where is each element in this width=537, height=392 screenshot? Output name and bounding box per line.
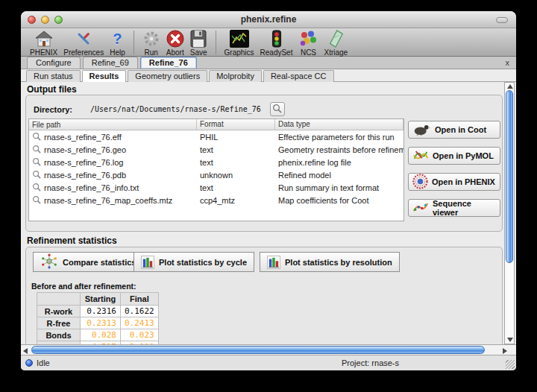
magnifier-icon bbox=[32, 170, 41, 180]
table-row[interactable]: rnase-s_refine_76.log text phenix.refine… bbox=[29, 156, 403, 168]
subtab-real-space-cc[interactable]: Real-space CC bbox=[263, 70, 334, 82]
open-in-coot-button[interactable]: Open in Coot bbox=[408, 121, 500, 139]
stat-label: R-free bbox=[37, 317, 81, 329]
vertical-scrollbar-thumb[interactable] bbox=[506, 90, 513, 263]
table-row[interactable]: rnase-s_refine_76.geo text Geometry rest… bbox=[29, 143, 403, 156]
vertical-scrollbar[interactable] bbox=[504, 82, 515, 344]
compare-statistics-button[interactable]: Compare statistics bbox=[33, 252, 143, 272]
refinement-statistics-heading: Refinement statistics bbox=[27, 235, 117, 246]
tab-configure[interactable]: Configure bbox=[27, 57, 81, 69]
table-header: File path Format Data type bbox=[29, 119, 403, 130]
readyset-button[interactable]: ReadySet bbox=[260, 30, 293, 57]
directory-path: /Users/nat/Documents/rnase-s/Refine_76 bbox=[90, 105, 261, 113]
phenix-map-icon bbox=[412, 174, 428, 191]
close-tab-button[interactable]: x bbox=[506, 57, 510, 69]
directory-row: Directory: /Users/nat/Documents/rnase-s/… bbox=[34, 102, 285, 116]
status-indicator-icon bbox=[25, 359, 33, 367]
open-in-pymol-button[interactable]: Open in PyMOL bbox=[408, 147, 500, 165]
help-button[interactable]: ? Help bbox=[110, 30, 125, 57]
run-button[interactable]: Run bbox=[142, 30, 160, 57]
output-files-panel: Directory: /Users/nat/Documents/rnase-s/… bbox=[25, 95, 503, 232]
question-mark-icon: ? bbox=[113, 30, 122, 48]
toolbar-separator bbox=[134, 31, 134, 54]
compare-molecule-icon bbox=[40, 253, 58, 271]
file-data-type: phenix.refine log file bbox=[275, 158, 403, 167]
output-files-table: File path Format Data type rnase-s_refin… bbox=[28, 118, 404, 221]
table-row[interactable]: rnase-s_refine_76.eff PHIL Effective par… bbox=[29, 130, 403, 143]
project-label: Project: rnase-s bbox=[342, 358, 399, 367]
toolbar-toggle-button[interactable] bbox=[496, 17, 508, 23]
col-starting: Starting bbox=[81, 293, 121, 306]
preferences-button[interactable]: Preferences bbox=[63, 30, 104, 57]
title-bar: phenix.refine bbox=[21, 11, 516, 28]
horizontal-scrollbar[interactable] bbox=[21, 344, 516, 355]
stat-label: R-work bbox=[37, 306, 81, 317]
phenix-button[interactable]: PHENIX bbox=[30, 30, 57, 57]
tools-icon bbox=[75, 30, 92, 48]
graphics-button[interactable]: Graphics bbox=[224, 30, 254, 57]
scroll-left-arrow-icon[interactable] bbox=[23, 348, 28, 354]
file-data-type: Effective parameters for this run bbox=[275, 133, 403, 142]
table-row[interactable]: rnase-s_refine_76_info.txt text Run summ… bbox=[29, 181, 403, 194]
magnifier-icon bbox=[272, 103, 282, 116]
file-name: rnase-s_refine_76.eff bbox=[44, 133, 122, 142]
results-page: Run status Results Geometry outliers Mol… bbox=[21, 69, 516, 344]
horizontal-scrollbar-thumb[interactable] bbox=[31, 346, 485, 354]
file-name: rnase-s_refine_76_map_coeffs.mtz bbox=[44, 196, 172, 205]
plot-statistics-by-cycle-button[interactable]: Plot statistics by cycle bbox=[134, 252, 254, 272]
before-after-table: Starting Final R-work 0.2316 0.1622 R-fr… bbox=[37, 292, 159, 344]
window-title: phenix.refine bbox=[21, 14, 516, 25]
file-data-type: Map coefficients for Coot bbox=[275, 196, 403, 205]
stats-row-r-free: R-free 0.2313 0.2413 bbox=[37, 317, 159, 329]
gear-icon bbox=[142, 30, 160, 48]
stat-label: Bonds bbox=[37, 329, 81, 341]
col-format[interactable]: Format bbox=[197, 119, 275, 130]
status-bar: Idle Project: rnase-s bbox=[21, 355, 516, 370]
tab-refine-69[interactable]: Refine_69 bbox=[83, 57, 138, 69]
stat-final: 0.1622 bbox=[121, 306, 159, 317]
col-file-path[interactable]: File path bbox=[29, 119, 197, 130]
plot-statistics-by-resolution-button[interactable]: Plot statistics by resolution bbox=[260, 252, 400, 272]
tab-refine-76[interactable]: Refine_76 bbox=[140, 57, 197, 69]
app-window: phenix.refine PHENIX Preferences ? Help … bbox=[21, 11, 516, 370]
save-button[interactable]: Save bbox=[190, 30, 207, 57]
house-icon bbox=[35, 30, 53, 48]
stats-corner-cell bbox=[37, 293, 81, 306]
bar-chart-icon bbox=[267, 256, 280, 269]
col-final: Final bbox=[121, 293, 159, 306]
coot-bird-icon bbox=[412, 123, 431, 137]
col-data-type[interactable]: Data type bbox=[275, 119, 403, 130]
status-text: Idle bbox=[37, 358, 50, 367]
subtab-molprobity[interactable]: Molprobity bbox=[209, 70, 262, 82]
magnifier-icon bbox=[32, 132, 41, 142]
sequence-viewer-button[interactable]: Sequence viewer bbox=[408, 199, 500, 217]
ncs-button[interactable]: NCS bbox=[298, 30, 318, 57]
directory-label: Directory: bbox=[34, 105, 72, 114]
table-row[interactable]: rnase-s_refine_76_map_coeffs.mtz ccp4_mt… bbox=[29, 194, 403, 206]
table-row[interactable]: rnase-s_refine_76.pdb unknown Refined mo… bbox=[29, 168, 403, 181]
subtab-results[interactable]: Results bbox=[82, 70, 127, 82]
magnifier-icon bbox=[32, 195, 41, 206]
file-data-type: Refined model bbox=[275, 171, 403, 180]
open-in-phenix-button[interactable]: Open in PHENIX bbox=[408, 173, 500, 191]
toolbar-separator bbox=[216, 31, 216, 54]
scroll-down-arrow-icon[interactable] bbox=[507, 338, 513, 342]
results-subtab-bar: Run status Results Geometry outliers Mol… bbox=[26, 70, 336, 82]
xtriage-button[interactable]: Xtriage bbox=[324, 30, 348, 57]
file-format: text bbox=[197, 145, 275, 154]
scroll-up-arrow-icon[interactable] bbox=[507, 84, 513, 89]
file-name: rnase-s_refine_76.log bbox=[44, 158, 123, 167]
subtab-geometry-outliers[interactable]: Geometry outliers bbox=[128, 70, 207, 82]
file-format: ccp4_mtz bbox=[197, 196, 275, 205]
scroll-right-arrow-icon[interactable] bbox=[503, 348, 507, 354]
output-files-heading: Output files bbox=[27, 84, 77, 95]
browse-directory-button[interactable] bbox=[270, 102, 285, 116]
bar-chart-icon bbox=[141, 256, 154, 269]
subtab-run-status[interactable]: Run status bbox=[26, 70, 81, 82]
file-name: rnase-s_refine_76.pdb bbox=[44, 171, 126, 180]
stats-row-r-work: R-work 0.2316 0.1622 bbox=[37, 306, 159, 317]
abort-button[interactable]: Abort bbox=[166, 30, 184, 57]
molecule-graphics-icon bbox=[230, 30, 249, 48]
resize-grip[interactable] bbox=[506, 360, 515, 369]
pymol-ribbon-icon bbox=[412, 148, 429, 164]
